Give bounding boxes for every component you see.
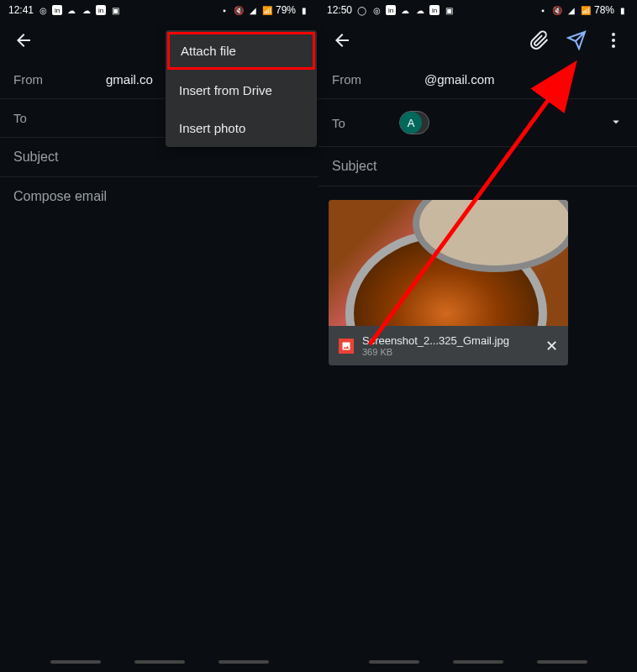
- compose-placeholder: Compose email: [13, 189, 107, 203]
- cloud-icon: ☁: [414, 4, 426, 16]
- attachment-size: 369 KB: [362, 347, 537, 357]
- back-arrow-icon[interactable]: [13, 30, 34, 50]
- attachment-filename: Screenshot_2...325_Gmail.jpg: [362, 334, 537, 347]
- linkedin-icon: in: [429, 5, 440, 15]
- chevron-down-icon[interactable]: [608, 114, 624, 132]
- nav-pill[interactable]: [218, 660, 269, 664]
- attach-dropdown-menu: Attach file Insert from Drive Insert pho…: [166, 30, 317, 147]
- mute-icon: 🔇: [233, 4, 245, 16]
- compose-field[interactable]: Compose email: [0, 177, 318, 216]
- battery-saver-icon: ▪: [537, 4, 549, 16]
- instagram-icon: ◎: [37, 4, 49, 16]
- linkedin-icon: in: [52, 5, 62, 15]
- status-bar: 12:50 ◯ ◎ in ☁ ☁ in ▣ ▪ 🔇 ◢ 📶 78% ▮: [318, 0, 637, 20]
- subject-placeholder: Subject: [13, 150, 58, 164]
- svg-point-0: [612, 33, 615, 36]
- nav-pill[interactable]: [134, 660, 185, 664]
- subject-field[interactable]: Subject: [318, 147, 637, 186]
- battery-percent: 78%: [594, 4, 614, 16]
- status-time: 12:41: [8, 4, 34, 16]
- battery-percent: 79%: [276, 4, 296, 16]
- attachment-card: Screenshot_2...325_Gmail.jpg 369 KB ✕: [329, 200, 568, 365]
- nav-bar: [0, 660, 318, 670]
- cloud-icon: ☁: [66, 4, 77, 16]
- nav-bar: [318, 660, 637, 670]
- battery-icon: ▮: [617, 4, 629, 16]
- cloud-icon: ☁: [399, 4, 411, 16]
- nav-pill[interactable]: [453, 660, 503, 664]
- nav-pill[interactable]: [50, 660, 101, 664]
- from-value: @gmail.com: [399, 72, 624, 87]
- image-icon: ▣: [443, 4, 455, 16]
- to-field[interactable]: To A: [318, 99, 637, 147]
- battery-icon: ▮: [298, 4, 310, 16]
- svg-point-2: [612, 45, 615, 48]
- status-time: 12:50: [327, 4, 352, 16]
- menu-insert-drive[interactable]: Insert from Drive: [166, 71, 317, 109]
- linkedin-icon: in: [96, 5, 106, 15]
- mute-icon: 🔇: [551, 4, 563, 16]
- avatar: A: [400, 112, 422, 134]
- from-field[interactable]: From @gmail.com: [318, 60, 637, 99]
- linkedin-icon: in: [386, 5, 396, 15]
- close-icon[interactable]: ✕: [545, 337, 558, 355]
- status-bar: 12:41 ◎ in ☁ ☁ in ▣ ▪ 🔇 ◢ 📶 79% ▮: [0, 0, 318, 20]
- toolbar: [318, 20, 637, 60]
- menu-insert-photo[interactable]: Insert photo: [166, 109, 317, 147]
- nav-pill[interactable]: [537, 660, 587, 664]
- attachment-preview[interactable]: [329, 200, 568, 326]
- subject-placeholder: Subject: [332, 159, 376, 173]
- from-label: From: [13, 72, 81, 87]
- image-file-icon: [339, 339, 354, 354]
- menu-attach-file[interactable]: Attach file: [167, 32, 315, 70]
- nav-pill[interactable]: [369, 660, 419, 664]
- signal-icon: 📶: [580, 4, 592, 16]
- recipient-chip[interactable]: A: [399, 111, 429, 134]
- to-label: To: [332, 116, 399, 130]
- wifi-icon: ◢: [247, 4, 259, 16]
- from-label: From: [332, 72, 399, 87]
- more-icon[interactable]: [603, 30, 624, 50]
- to-label: To: [13, 111, 81, 125]
- battery-saver-icon: ▪: [218, 4, 230, 16]
- signal-icon: 📶: [261, 4, 273, 16]
- whatsapp-icon: ◯: [355, 4, 367, 16]
- instagram-icon: ◎: [371, 4, 382, 16]
- back-arrow-icon[interactable]: [332, 30, 352, 50]
- attach-icon[interactable]: [529, 30, 550, 50]
- attachment-footer: Screenshot_2...325_Gmail.jpg 369 KB ✕: [329, 326, 568, 365]
- cloud-icon: ☁: [81, 4, 92, 16]
- send-icon[interactable]: [566, 30, 587, 50]
- wifi-icon: ◢: [566, 4, 577, 16]
- right-screen: 12:50 ◯ ◎ in ☁ ☁ in ▣ ▪ 🔇 ◢ 📶 78% ▮: [318, 0, 637, 672]
- svg-point-1: [612, 39, 615, 42]
- left-screen: 12:41 ◎ in ☁ ☁ in ▣ ▪ 🔇 ◢ 📶 79% ▮ From g…: [0, 0, 318, 672]
- image-icon: ▣: [109, 4, 121, 16]
